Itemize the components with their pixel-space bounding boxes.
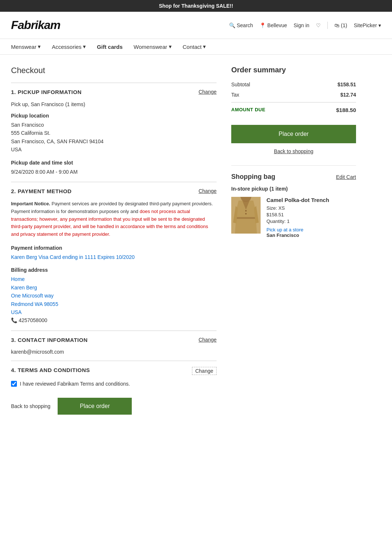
location-action[interactable]: 📍 Bellevue — [259, 22, 287, 28]
svg-point-2 — [245, 210, 247, 212]
shopping-bag-title: Shopping bag — [231, 173, 275, 181]
cart-count: (1) — [341, 22, 347, 28]
pickup-divider — [11, 182, 217, 182]
location-label: Bellevue — [267, 22, 287, 28]
pickup-date-value: 9/24/2020 8:00 AM - 9:00 AM — [11, 168, 217, 176]
header: Fabrikam 🔍 Search 📍 Bellevue Sign in ♡ 🛍… — [0, 12, 392, 39]
bottom-back-button[interactable]: Back to shopping — [11, 403, 50, 409]
contact-section-header: 3. CONTACT INFORMATION Change — [11, 337, 217, 343]
pickup-location-label: Pickup location — [11, 113, 217, 119]
search-label: Search — [237, 22, 253, 28]
pickup-location-block: Pickup location San Francisco 555 Califo… — [11, 113, 217, 154]
in-store-pickup-label: In-store pickup (1 item) — [231, 186, 356, 192]
pickup-change-button[interactable]: Change — [199, 89, 217, 95]
pickup-section-header: 1. PICKUP INFORMATION Change — [11, 89, 217, 95]
billing-address-block: Billing address Home Karen Berg One Micr… — [11, 267, 217, 324]
terms-change-button[interactable]: Change — [192, 367, 217, 375]
pickup-items-count: (1 items) — [65, 101, 85, 107]
terms-section-title: 4. TERMS AND CONDITIONS — [11, 367, 90, 373]
amount-due-label: AMOUNT DUE — [231, 107, 265, 113]
signin-action[interactable]: Sign in — [294, 22, 309, 28]
summary-total-row: AMOUNT DUE $188.50 — [231, 102, 356, 113]
chevron-down-icon: ▾ — [38, 43, 41, 50]
chevron-down-icon: ▾ — [83, 43, 86, 50]
checkout-section: Checkout 1. PICKUP INFORMATION Change Pi… — [11, 66, 217, 429]
pickup-city: Pick up, San Francisco — [11, 101, 63, 107]
payment-info-block: Payment information Karen Berg Visa Card… — [11, 245, 217, 261]
shopping-bag-section: Shopping bag Edit Cart In-store pickup (… — [231, 165, 356, 238]
terms-checkbox[interactable] — [11, 381, 17, 387]
wishlist-action[interactable]: ♡ — [316, 22, 321, 28]
bag-item-store-name: San Francisco — [266, 232, 356, 238]
cart-action[interactable]: 🛍 (1) — [334, 22, 347, 28]
sitepicker-action[interactable]: SitePicker ▾ — [354, 22, 381, 28]
edit-cart-link[interactable]: Edit Cart — [336, 174, 356, 180]
contact-change-button[interactable]: Change — [199, 337, 217, 343]
shopping-bag-header: Shopping bag Edit Cart — [231, 173, 356, 181]
order-summary-title: Order summary — [231, 66, 356, 74]
terms-row: I have reviewed Fabrikam Terms and condi… — [11, 381, 217, 387]
terms-section-header: 4. TERMS AND CONDITIONS Change — [11, 367, 217, 375]
terms-section: 4. TERMS AND CONDITIONS Change I have re… — [11, 367, 217, 387]
bag-item-price: $158.51 — [266, 212, 356, 217]
chevron-down-icon: ▾ — [203, 43, 206, 50]
bag-item-quantity: Quantity: 1 — [266, 219, 356, 224]
tax-label: Tax — [231, 92, 239, 98]
bottom-place-order-button[interactable]: Place order — [58, 398, 132, 415]
nav-label-giftcards: Gift cards — [97, 44, 123, 50]
summary-tax-row: Tax $12.74 — [231, 92, 356, 98]
pickup-date-label: Pickup date and time slot — [11, 160, 217, 166]
phone-icon: 📞 — [11, 317, 17, 323]
bag-item-details: Camel Polka-dot Trench Size: XS $158.51 … — [266, 197, 356, 238]
nav-item-menswear[interactable]: Menswear ▾ — [11, 43, 41, 50]
heart-icon: ♡ — [316, 22, 321, 28]
sitepicker-label: SitePicker — [354, 22, 377, 28]
header-actions: 🔍 Search 📍 Bellevue Sign in ♡ 🛍 (1) Site… — [229, 22, 381, 29]
nav-item-contact[interactable]: Contact ▾ — [183, 43, 206, 50]
pickup-section-title: 1. PICKUP INFORMATION — [11, 89, 81, 95]
svg-point-3 — [245, 213, 247, 214]
billing-address-label: Billing address — [11, 267, 217, 273]
pickup-location-value: San Francisco 555 California St. San Fra… — [11, 121, 217, 154]
contact-section: 3. CONTACT INFORMATION Change karenb@mic… — [11, 337, 217, 355]
top-banner: Shop for Thanksgiving SALE!! — [0, 0, 392, 12]
tax-value: $12.74 — [340, 92, 356, 98]
bag-item-name: Camel Polka-dot Trench — [266, 197, 356, 203]
subtotal-value: $158.51 — [337, 82, 356, 87]
svg-rect-1 — [236, 217, 256, 219]
nav-label-accessories: Accessories — [52, 44, 81, 50]
signin-label: Sign in — [294, 22, 309, 28]
payment-notice: Important Notice. Payment services are p… — [11, 200, 217, 238]
amount-due-value: $188.50 — [336, 107, 356, 113]
contact-email: karenb@microsoft.com — [11, 349, 217, 355]
bottom-actions: Back to shopping Place order — [11, 398, 217, 429]
search-action[interactable]: 🔍 Search — [229, 22, 253, 28]
chevron-down-icon: ▾ — [169, 43, 172, 50]
contact-divider — [11, 361, 217, 361]
payment-divider — [11, 331, 217, 331]
nav-item-giftcards[interactable]: Gift cards — [97, 44, 123, 50]
checkout-title: Checkout — [11, 66, 217, 75]
bag-item-pickup-label: Pick up at a store — [266, 227, 356, 232]
order-summary-section: Order summary Subtotal $158.51 Tax $12.7… — [231, 66, 356, 429]
nav-item-accessories[interactable]: Accessories ▾ — [52, 43, 86, 50]
contact-section-title: 3. CONTACT INFORMATION — [11, 337, 88, 343]
pickup-date-block: Pickup date and time slot 9/24/2020 8:00… — [11, 160, 217, 176]
nav-label-womenswear: Womenswear — [134, 44, 167, 50]
payment-change-button[interactable]: Change — [199, 188, 217, 194]
main-content: Checkout 1. PICKUP INFORMATION Change Pi… — [0, 55, 392, 429]
nav-label-menswear: Menswear — [11, 44, 36, 50]
search-icon: 🔍 — [229, 22, 235, 28]
header-divider — [327, 22, 328, 29]
back-to-shopping-link[interactable]: Back to shopping — [231, 148, 356, 154]
checkout-divider — [11, 83, 217, 83]
payment-info-value: Karen Berg Visa Card ending in 1111 Expi… — [11, 253, 217, 261]
place-order-button[interactable]: Place order — [231, 125, 356, 143]
summary-subtotal-row: Subtotal $158.51 — [231, 82, 356, 87]
sitepicker-chevron-icon: ▾ — [378, 22, 381, 28]
logo[interactable]: Fabrikam — [11, 18, 60, 32]
bag-item: Camel Polka-dot Trench Size: XS $158.51 … — [231, 197, 356, 238]
nav-item-womenswear[interactable]: Womenswear ▾ — [134, 43, 171, 50]
notice-bold: Important Notice. — [11, 201, 50, 206]
payment-section: 2. PAYMENT METHOD Change Important Notic… — [11, 188, 217, 325]
